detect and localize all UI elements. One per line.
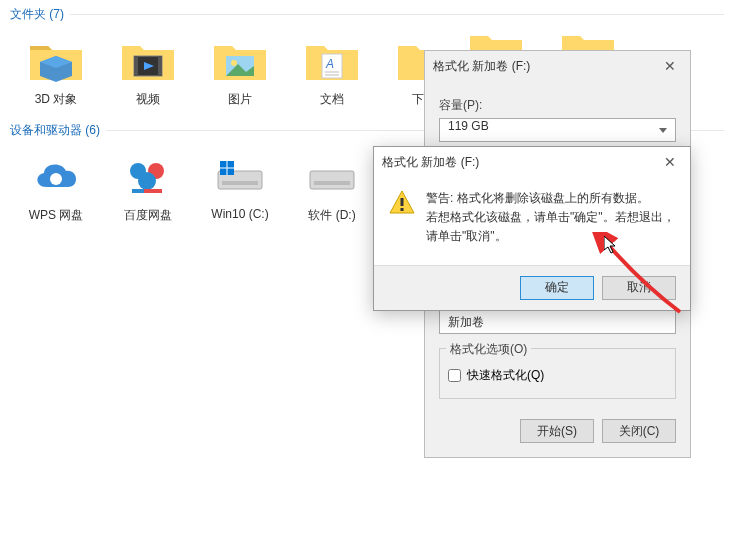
drive-item-wps[interactable]: WPS 网盘 — [10, 149, 102, 224]
warning-line1: 警告: 格式化将删除该磁盘上的所有数据。 — [426, 189, 676, 208]
folder-item-videos[interactable]: 视频 — [102, 33, 194, 108]
drive-icon — [208, 149, 272, 203]
svg-text:A: A — [325, 57, 334, 71]
drive-label: 百度网盘 — [124, 207, 172, 224]
svg-point-19 — [138, 172, 156, 190]
svg-rect-31 — [401, 208, 404, 211]
warning-dialog-title: 格式化 新加卷 (F:) — [382, 154, 479, 171]
quick-format-checkbox[interactable] — [448, 369, 461, 382]
folder-icon — [24, 33, 88, 87]
drive-item-d[interactable]: 软件 (D:) — [286, 149, 378, 224]
close-icon[interactable]: ✕ — [658, 154, 682, 170]
svg-point-16 — [50, 173, 62, 185]
capacity-dropdown[interactable]: 119 GB — [439, 118, 676, 142]
folder-label: 3D 对象 — [35, 91, 78, 108]
svg-rect-5 — [158, 56, 162, 76]
cloud-icon — [24, 149, 88, 203]
format-dialog-title: 格式化 新加卷 (F:) — [433, 58, 530, 75]
format-options-group: 格式化选项(O) 快速格式化(Q) — [439, 348, 676, 399]
drive-icon — [300, 149, 364, 203]
warning-dialog: 格式化 新加卷 (F:) ✕ 警告: 格式化将删除该磁盘上的所有数据。 若想格式… — [373, 146, 691, 311]
svg-rect-27 — [310, 171, 354, 189]
cancel-button[interactable]: 取消 — [602, 276, 676, 300]
svg-rect-4 — [134, 56, 138, 76]
folder-label: 文档 — [320, 91, 344, 108]
warning-dialog-titlebar[interactable]: 格式化 新加卷 (F:) ✕ — [374, 147, 690, 177]
quick-format-label: 快速格式化(Q) — [467, 367, 544, 384]
folder-item-3d[interactable]: 3D 对象 — [10, 33, 102, 108]
format-dialog-titlebar[interactable]: 格式化 新加卷 (F:) ✕ — [425, 51, 690, 81]
drive-label: Win10 (C:) — [211, 207, 268, 221]
svg-rect-23 — [222, 181, 258, 185]
folder-item-pictures[interactable]: 图片 — [194, 33, 286, 108]
divider — [70, 14, 724, 15]
ok-button[interactable]: 确定 — [520, 276, 594, 300]
svg-rect-30 — [401, 198, 404, 206]
folders-section-header[interactable]: 文件夹 (7) — [0, 0, 734, 29]
folder-icon: A — [300, 33, 364, 87]
volume-input[interactable] — [439, 310, 676, 334]
format-options-label: 格式化选项(O) — [446, 341, 531, 358]
warning-line2: 若想格式化该磁盘，请单击"确定"。若想退出，请单击"取消"。 — [426, 208, 676, 246]
folder-label: 视频 — [136, 91, 160, 108]
quick-format-row[interactable]: 快速格式化(Q) — [448, 367, 667, 384]
folder-icon — [116, 33, 180, 87]
drive-item-c[interactable]: Win10 (C:) — [194, 149, 286, 224]
folder-label: 图片 — [228, 91, 252, 108]
warning-icon — [388, 189, 416, 217]
drive-item-baidu[interactable]: 百度网盘 — [102, 149, 194, 224]
close-icon[interactable]: ✕ — [658, 58, 682, 74]
svg-rect-28 — [314, 181, 350, 185]
close-button[interactable]: 关闭(C) — [602, 419, 676, 443]
baidu-icon — [116, 149, 180, 203]
drives-section-title: 设备和驱动器 (6) — [10, 122, 100, 139]
folder-item-documents[interactable]: A 文档 — [286, 33, 378, 108]
svg-point-8 — [231, 60, 237, 66]
folders-section-title: 文件夹 (7) — [10, 6, 64, 23]
warning-message: 警告: 格式化将删除该磁盘上的所有数据。 若想格式化该磁盘，请单击"确定"。若想… — [426, 189, 676, 247]
svg-rect-21 — [132, 189, 144, 193]
drive-label: WPS 网盘 — [29, 207, 84, 224]
start-button[interactable]: 开始(S) — [520, 419, 594, 443]
folder-icon — [208, 33, 272, 87]
capacity-value: 119 GB — [448, 119, 489, 133]
drive-label: 软件 (D:) — [308, 207, 355, 224]
capacity-label: 容量(P): — [439, 97, 676, 114]
